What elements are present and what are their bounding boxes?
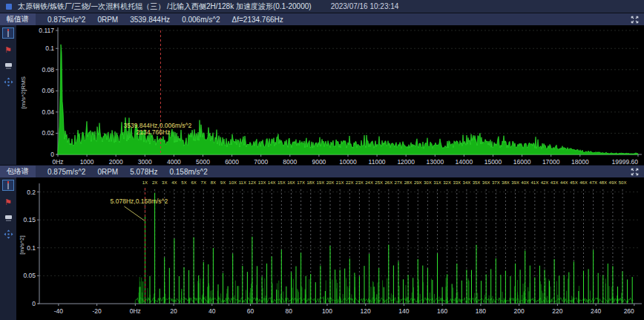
- svg-text:120: 120: [361, 307, 371, 315]
- svg-text:42X: 42X: [541, 180, 549, 185]
- svg-text:27X: 27X: [395, 180, 403, 185]
- envelope-panel-header: 包络谱 0.875m/s^2 0RPM 5.078Hz 0.158m/s^2: [0, 166, 644, 177]
- svg-text:5.078Hz,0.158m/s^2: 5.078Hz,0.158m/s^2: [111, 197, 168, 205]
- svg-text:6X: 6X: [191, 180, 196, 185]
- envelope-spectrum-panel: 包络谱 0.875m/s^2 0RPM 5.078Hz 0.158m/s^2 ⚑: [0, 165, 644, 320]
- svg-text:43X: 43X: [551, 180, 559, 185]
- svg-text:33X: 33X: [453, 180, 461, 185]
- svg-text:0: 0: [50, 151, 54, 158]
- svg-text:14X: 14X: [268, 180, 276, 185]
- flag-icon: ⚑: [4, 198, 12, 206]
- svg-text:160: 160: [437, 307, 447, 315]
- svg-text:23X: 23X: [355, 180, 364, 185]
- envelope-spectrum-chart[interactable]: 0.20.150.10.050-40-200Hz2040608010012014…: [16, 177, 644, 320]
- svg-text:0.15: 0.15: [23, 216, 36, 223]
- pan-button[interactable]: [2, 76, 14, 88]
- svg-text:0.08: 0.08: [42, 66, 54, 74]
- svg-text:17X: 17X: [297, 180, 305, 185]
- svg-text:9X: 9X: [220, 180, 226, 185]
- svg-text:48X: 48X: [599, 180, 607, 185]
- svg-text:12X: 12X: [249, 180, 257, 185]
- stat-overall-rms: 0.875m/s^2: [47, 16, 85, 24]
- chart-toolbar: ⚑: [0, 177, 16, 320]
- amplitude-panel-body: ⚑ 0.1170.10.080.060.040.0200Hz1000200030…: [0, 25, 644, 165]
- svg-text:0.1: 0.1: [27, 244, 36, 252]
- pan-button[interactable]: [2, 229, 14, 240]
- svg-text:200: 200: [514, 307, 525, 315]
- top-bar: 太原钢铁/炼铁厂/三烧/一次混料机托辊（三） /北输入西侧2H/128k 加速度…: [0, 0, 644, 13]
- svg-text:37X: 37X: [492, 180, 500, 185]
- svg-text:19X: 19X: [317, 180, 325, 185]
- svg-text:0.05: 0.05: [23, 272, 36, 279]
- svg-text:1X: 1X: [142, 180, 148, 185]
- svg-text:32X: 32X: [443, 180, 451, 185]
- expand-icon[interactable]: [629, 15, 640, 25]
- svg-text:8000: 8000: [283, 158, 297, 165]
- svg-text:4X: 4X: [171, 180, 177, 185]
- spectrum-analyzer-window: 太原钢铁/炼铁厂/三烧/一次混料机托辊（三） /北输入西侧2H/128k 加速度…: [0, 0, 644, 320]
- svg-text:1000: 1000: [80, 158, 94, 165]
- svg-text:22X: 22X: [346, 180, 354, 185]
- svg-text:5000: 5000: [196, 158, 210, 165]
- svg-text:60: 60: [247, 307, 254, 315]
- svg-text:0: 0: [32, 300, 36, 307]
- amplitude-spectrum-panel: 幅值谱 0.875m/s^2 0RPM 3539.844Hz 0.006m/s^…: [0, 13, 644, 165]
- svg-text:45X: 45X: [570, 180, 578, 185]
- svg-text:0.04: 0.04: [42, 108, 54, 116]
- svg-text:36X: 36X: [482, 180, 490, 185]
- svg-text:13X: 13X: [258, 180, 266, 185]
- stat-rpm: 0RPM: [97, 16, 118, 24]
- peak-label-button[interactable]: [2, 60, 14, 71]
- svg-text:25X: 25X: [375, 180, 383, 185]
- svg-text:34X: 34X: [463, 180, 471, 185]
- svg-text:7000: 7000: [254, 158, 268, 165]
- svg-text:15X: 15X: [277, 180, 286, 185]
- svg-text:260: 260: [624, 307, 634, 315]
- svg-text:50X: 50X: [619, 180, 627, 185]
- svg-text:[m/s^2]: [m/s^2]: [19, 235, 25, 255]
- flag-marker-button[interactable]: ⚑: [2, 44, 14, 55]
- svg-text:16000: 16000: [513, 158, 531, 165]
- svg-text:220: 220: [552, 307, 562, 315]
- svg-text:14000: 14000: [456, 158, 473, 165]
- amplitude-spectrum-chart[interactable]: 0.1170.10.080.060.040.0200Hz100020003000…: [16, 25, 644, 165]
- svg-text:5X: 5X: [181, 180, 186, 185]
- svg-text:7X: 7X: [201, 180, 206, 185]
- cursor-tool-button[interactable]: [2, 27, 14, 39]
- svg-text:29X: 29X: [414, 180, 422, 185]
- expand-icon[interactable]: [629, 167, 640, 177]
- svg-text:240: 240: [591, 307, 601, 315]
- svg-text:46X: 46X: [579, 180, 588, 185]
- svg-text:3X: 3X: [162, 180, 167, 185]
- svg-text:24X: 24X: [365, 180, 373, 185]
- svg-text:180: 180: [476, 307, 486, 315]
- svg-text:4000: 4000: [167, 158, 181, 165]
- svg-text:49X: 49X: [609, 180, 617, 185]
- panel-title: 幅值谱: [0, 13, 36, 25]
- svg-text:41X: 41X: [530, 180, 539, 185]
- svg-text:8X: 8X: [211, 180, 216, 185]
- timestamp: 2023/07/16 10:23:14: [331, 2, 399, 10]
- cursor-tool-button[interactable]: [2, 180, 14, 191]
- amplitude-panel-header: 幅值谱 0.875m/s^2 0RPM 3539.844Hz 0.006m/s^…: [0, 13, 644, 25]
- flag-icon: ⚑: [4, 46, 12, 53]
- svg-text:0.2: 0.2: [27, 189, 36, 196]
- svg-text:20: 20: [170, 307, 177, 315]
- svg-text:20X: 20X: [326, 180, 335, 185]
- svg-text:11000: 11000: [369, 158, 386, 165]
- envelope-panel-body: ⚑ 0.20.150.10.050-40-200Hz20406080100120…: [0, 177, 644, 320]
- svg-text:16X: 16X: [287, 180, 295, 185]
- svg-text:47X: 47X: [589, 180, 597, 185]
- svg-text:17000: 17000: [542, 158, 560, 165]
- stat-cursor-amplitude: 0.158m/s^2: [169, 168, 207, 176]
- svg-text:13000: 13000: [426, 158, 444, 165]
- peak-label-button[interactable]: [2, 212, 14, 223]
- stat-overall-rms: 0.875m/s^2: [47, 168, 85, 176]
- stat-cursor-frequency: 3539.844Hz: [130, 16, 170, 24]
- svg-text:44X: 44X: [560, 180, 568, 185]
- svg-text:10X: 10X: [229, 180, 237, 185]
- svg-text:10000: 10000: [339, 158, 357, 165]
- flag-marker-button[interactable]: ⚑: [2, 196, 14, 207]
- svg-text:9000: 9000: [312, 158, 326, 165]
- svg-text:[m/s^2]RMS: [m/s^2]RMS: [20, 76, 27, 108]
